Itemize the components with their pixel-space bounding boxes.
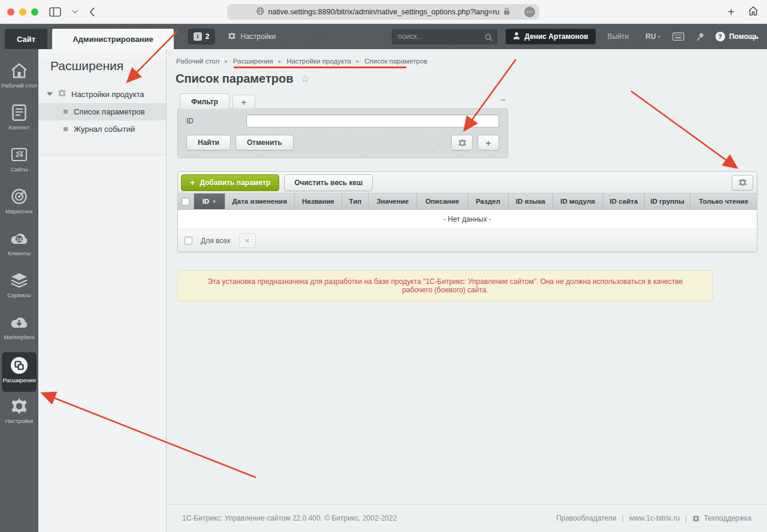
tree-panel: Расширения Настройки продукта Список пар…: [38, 49, 167, 532]
sidebar-item-label: Рабочий стол: [1, 82, 37, 89]
column-header-type[interactable]: Тип: [342, 194, 369, 210]
home-icon[interactable]: [748, 6, 759, 19]
sidebar-item-label: Контент: [8, 124, 29, 131]
tree-group-label: Настройки продукта: [71, 90, 144, 99]
breadcrumb-separator: ▸: [279, 58, 282, 64]
bitrix-site-link[interactable]: www.1c-bitrix.ru: [629, 514, 680, 522]
minimize-window-button[interactable]: [19, 8, 26, 16]
column-header-name[interactable]: Название: [295, 194, 343, 210]
search-input[interactable]: [392, 32, 497, 41]
filter-settings-button[interactable]: [451, 135, 473, 150]
grid-empty-row: - Нет данных -: [178, 210, 757, 229]
topbar-settings-label: Настройки: [240, 32, 276, 41]
page-settings-icon[interactable]: ⋯: [524, 7, 535, 17]
sidebar-item-extensions[interactable]: Расширения: [2, 352, 37, 392]
add-filter-tab-button[interactable]: +: [232, 95, 255, 109]
column-header-value[interactable]: Значение: [369, 194, 417, 210]
grid-settings-button[interactable]: [732, 175, 753, 191]
sidebar-item-settings[interactable]: Настройки: [0, 393, 38, 435]
column-header-date[interactable]: Дата изменения: [225, 194, 295, 210]
column-header-id[interactable]: ID▼: [194, 194, 225, 210]
target-icon: [11, 187, 28, 206]
question-icon: ?: [715, 32, 725, 41]
close-window-button[interactable]: [7, 8, 14, 16]
column-header-readonly[interactable]: Только чтение: [690, 194, 757, 210]
tree-panel-title: Расширения: [50, 59, 166, 73]
sidebar-item-marketplace[interactable]: Marketplace: [0, 309, 38, 351]
language-selector[interactable]: RU ▾: [645, 32, 660, 41]
sidebar-item-clients[interactable]: 24 Клиенты: [0, 225, 38, 267]
tree-group-product-settings[interactable]: Настройки продукта: [38, 85, 166, 103]
breadcrumb-parameter-list[interactable]: Список параметров: [364, 58, 427, 65]
sidebar-item-label: Сервисы: [7, 292, 31, 298]
language-label: RU: [645, 32, 656, 41]
clear-cache-button[interactable]: Очистить весь кеш: [284, 174, 373, 191]
sites-icon: •••24: [11, 145, 27, 164]
new-tab-button[interactable]: +: [727, 5, 735, 19]
zoom-window-button[interactable]: [31, 8, 38, 16]
column-header-lang-id[interactable]: ID языка: [509, 194, 553, 210]
copyright-text: 1С-Битрикс: Управление сайтом 22.0.400. …: [182, 514, 397, 522]
add-parameter-button[interactable]: + Добавить параметр: [181, 174, 279, 191]
sidebar-item-marketing[interactable]: Маркетинг: [0, 183, 38, 225]
admin-topbar: Сайт Администрирование i 2 Настройки Ден…: [0, 24, 767, 49]
traffic-lights: [7, 8, 38, 16]
column-header-module-id[interactable]: ID модуля: [553, 194, 603, 210]
breadcrumb-extensions[interactable]: Расширения: [233, 58, 273, 65]
tree-item-event-log[interactable]: Журнал событий: [38, 120, 166, 138]
sidebar-item-desktop[interactable]: Рабочий стол: [0, 58, 38, 99]
support-link[interactable]: Техподдержка: [692, 514, 751, 522]
bullet-icon: [64, 127, 68, 131]
tab-site[interactable]: Сайт: [5, 29, 47, 49]
chevron-down-icon[interactable]: [72, 10, 78, 14]
cancel-button[interactable]: Отменить: [235, 135, 294, 150]
breadcrumb-desktop[interactable]: Рабочий стол: [176, 58, 219, 65]
filter-id-label: ID: [186, 117, 246, 125]
logout-link[interactable]: Выйти: [608, 32, 629, 41]
sidebar-item-label: Сайты: [11, 166, 28, 173]
sidebar-rail: Рабочий стол Контент •••24 Сайты Маркети…: [0, 49, 38, 532]
notification-icon: i: [194, 32, 202, 41]
filter-id-input[interactable]: [246, 114, 499, 128]
breadcrumb-separator: ▸: [357, 58, 360, 64]
notifications-count: 2: [206, 32, 210, 41]
column-header-group-id[interactable]: ID группы: [645, 194, 690, 210]
tab-administration[interactable]: Администрирование: [52, 29, 174, 49]
sidebar-toggle-icon[interactable]: [49, 7, 61, 17]
select-all-checkbox-cell[interactable]: [178, 194, 194, 210]
chevron-down-icon: ▾: [658, 34, 660, 40]
hotkeys-icon[interactable]: [672, 32, 684, 41]
column-header-description[interactable]: Описание: [417, 194, 468, 210]
annotation-underline: [234, 66, 406, 68]
back-button[interactable]: [89, 7, 95, 17]
topbar-settings-button[interactable]: Настройки: [228, 32, 276, 42]
collapse-filter-button[interactable]: −: [500, 95, 506, 105]
for-all-checkbox[interactable]: [185, 237, 192, 244]
pin-icon[interactable]: [696, 32, 705, 41]
topbar-search[interactable]: [392, 29, 497, 44]
filter-tab[interactable]: Фильтр: [180, 93, 230, 109]
column-header-section[interactable]: Раздел: [468, 194, 509, 210]
add-filter-field-button[interactable]: +: [478, 135, 499, 150]
tree-item-parameter-list[interactable]: Список параметров: [38, 103, 166, 120]
chevron-down-icon[interactable]: [47, 92, 53, 96]
column-header-site-id[interactable]: ID сайта: [603, 194, 645, 210]
address-bar[interactable]: native.settings:8890/bitrix/admin/native…: [227, 4, 539, 20]
sidebar-item-sites[interactable]: •••24 Сайты: [0, 141, 38, 183]
select-all-checkbox[interactable]: [182, 198, 189, 205]
user-menu-button[interactable]: Денис Артамонов: [506, 29, 595, 44]
layers-icon: [10, 271, 28, 290]
clear-selection-button[interactable]: ×: [239, 233, 256, 248]
user-name: Денис Артамонов: [524, 32, 588, 41]
favorite-star-icon[interactable]: ☆: [300, 72, 309, 85]
sidebar-item-services[interactable]: Сервисы: [0, 267, 38, 309]
notifications-button[interactable]: i 2: [188, 29, 215, 44]
rights-link[interactable]: Правообладатели: [556, 514, 616, 522]
breadcrumb-product-settings[interactable]: Настройки продукта: [286, 58, 351, 65]
cloud-download-icon: [10, 313, 28, 332]
sidebar-item-content[interactable]: Контент: [0, 99, 38, 141]
plus-icon: +: [190, 180, 195, 186]
help-button[interactable]: ? Помощь: [715, 32, 759, 41]
document-icon: [12, 103, 26, 122]
find-button[interactable]: Найти: [186, 135, 231, 150]
